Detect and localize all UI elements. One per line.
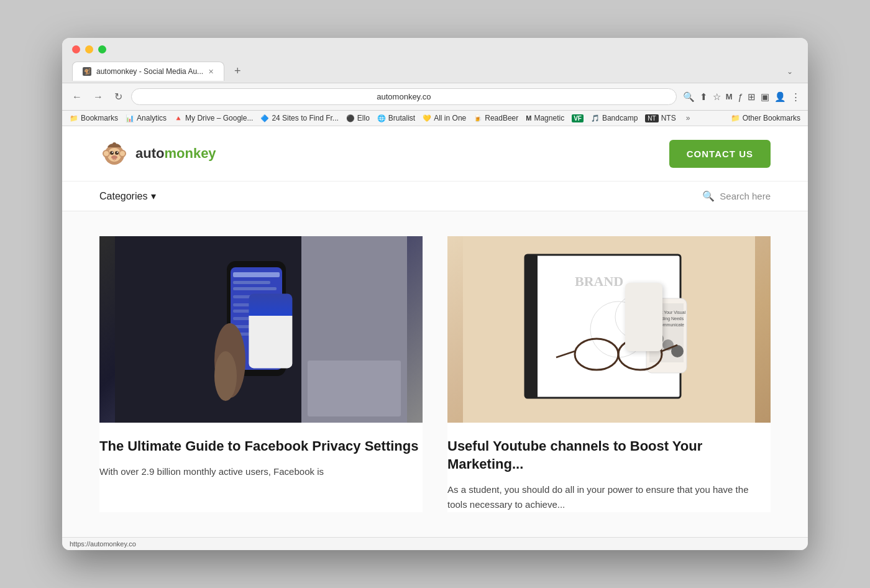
address-input[interactable] [131, 88, 677, 105]
nts-icon: NT [645, 114, 658, 122]
close-button[interactable] [72, 45, 80, 53]
bookmark-label: NTS [661, 114, 676, 122]
drive-icon: 🔺 [174, 114, 183, 122]
bookmark-label: All in One [434, 114, 466, 122]
search-toolbar-icon[interactable]: 🔍 [683, 91, 695, 103]
categories-button[interactable]: Categories ▾ [99, 190, 156, 202]
ello-icon: ⚫ [346, 114, 355, 122]
back-button[interactable]: ← [70, 89, 85, 105]
other-bookmarks[interactable]: 📁 Other Bookmarks [731, 114, 800, 122]
tab-close-icon[interactable]: ✕ [208, 68, 214, 76]
post-title: Useful Youtube channels to Boost Your Ma… [447, 438, 771, 473]
sites-icon: 🔷 [260, 114, 269, 122]
brutalist-icon: 🌐 [377, 114, 386, 122]
svg-point-28 [214, 351, 237, 401]
site-header: automonkey CONTACT US [62, 126, 808, 181]
svg-text:BRAND: BRAND [575, 273, 623, 289]
tab-bar: 🐒 automonkey - Social Media Au... ✕ + ⌄ [72, 60, 798, 83]
site-nav: Categories ▾ 🔍 Search here [62, 181, 808, 211]
analytics-icon: 📊 [126, 114, 134, 122]
svg-rect-22 [233, 303, 273, 306]
bookmark-star-icon[interactable]: ☆ [713, 91, 721, 103]
bookmark-brutalist[interactable]: 🌐 Brutalist [377, 114, 415, 122]
tab-favicon-icon: 🐒 [83, 67, 91, 76]
logo-area[interactable]: automonkey [99, 139, 216, 168]
svg-point-10 [111, 155, 117, 159]
maximize-button[interactable] [98, 45, 106, 53]
svg-rect-31 [525, 255, 538, 398]
svg-point-7 [115, 151, 119, 155]
post-card[interactable]: BRAND What Your Visual Branding Needs to… [447, 236, 771, 512]
bookmark-nts[interactable]: NT NTS [645, 114, 675, 122]
bookmark-bandcamp[interactable]: 🎵 Bandcamp [591, 114, 638, 122]
bandcamp-icon: 🎵 [591, 114, 600, 122]
readbeer-icon: 🍺 [474, 114, 482, 122]
browser-window: 🐒 automonkey - Social Media Au... ✕ + ⌄ … [62, 38, 808, 549]
svg-rect-24 [233, 317, 277, 320]
bookmark-drive[interactable]: 🔺 My Drive – Google... [174, 114, 253, 122]
post-excerpt: As a student, you should do all in your … [447, 482, 771, 512]
bookmark-bookmarks[interactable]: 📁 Bookmarks [70, 114, 118, 122]
allinone-icon: 💛 [423, 114, 431, 122]
post-image: BRAND What Your Visual Branding Needs to… [447, 236, 771, 423]
tab-expand-icon[interactable]: ⌄ [782, 62, 798, 81]
script-icon[interactable]: ƒ [738, 91, 743, 102]
traffic-lights [72, 45, 798, 53]
more-bookmarks-icon[interactable]: » [686, 114, 690, 122]
minimize-button[interactable] [85, 45, 93, 53]
bookmark-ello[interactable]: ⚫ Ello [346, 114, 370, 122]
status-url: https://automonkey.co [70, 540, 136, 548]
svg-point-11 [112, 142, 116, 146]
svg-point-6 [110, 151, 114, 155]
bookmarks-bar: 📁 Bookmarks 📊 Analytics 🔺 My Drive – Goo… [62, 111, 808, 126]
bookmark-analytics[interactable]: 📊 Analytics [126, 114, 167, 122]
new-tab-button[interactable]: + [227, 60, 249, 83]
posts-grid: The Ultimate Guide to Facebook Privacy S… [99, 236, 771, 512]
svg-rect-25 [233, 325, 270, 328]
tab-title: automonkey - Social Media Au... [96, 67, 203, 76]
post-excerpt: With over 2.9 billion monthly active use… [99, 464, 423, 479]
svg-rect-19 [233, 281, 270, 284]
bookmark-magnetic[interactable]: M Magnetic [526, 114, 564, 122]
bookmark-readbeer[interactable]: 🍺 ReadBeer [474, 114, 518, 122]
svg-text:Branding Needs: Branding Needs [652, 316, 684, 321]
search-icon: 🔍 [702, 190, 715, 202]
chevron-down-icon: ▾ [151, 190, 156, 202]
magnetic-icon: M [526, 114, 531, 122]
avatar-icon[interactable]: 👤 [774, 91, 786, 103]
svg-point-8 [112, 152, 113, 153]
contact-us-button[interactable]: CONTACT US [669, 140, 771, 168]
bookmark-label: Bandcamp [602, 114, 638, 122]
bookmark-allinone[interactable]: 💛 All in One [423, 114, 466, 122]
page-content: automonkey CONTACT US Categories ▾ 🔍 Sea… [62, 126, 808, 536]
vf-icon: VF [572, 114, 584, 122]
svg-rect-21 [233, 295, 267, 298]
more-menu-icon[interactable]: ⋮ [791, 91, 800, 103]
bookmark-label: Magnetic [534, 114, 564, 122]
bookmark-label: ReadBeer [485, 114, 518, 122]
svg-point-9 [117, 152, 118, 153]
bookmark-vf[interactable]: VF [572, 114, 584, 122]
svg-text:What Your Visual: What Your Visual [652, 310, 686, 315]
sidebar-icon[interactable]: ▣ [761, 91, 769, 103]
post-body: The Ultimate Guide to Facebook Privacy S… [99, 423, 423, 479]
svg-text:to Communicate: to Communicate [652, 323, 684, 327]
share-icon[interactable]: ⬆ [700, 91, 708, 103]
post-body: Useful Youtube channels to Boost Your Ma… [447, 423, 771, 512]
bookmark-label: Ello [357, 114, 370, 122]
post-card[interactable]: The Ultimate Guide to Facebook Privacy S… [99, 236, 423, 512]
reload-button[interactable]: ↻ [112, 88, 125, 105]
svg-rect-18 [233, 272, 280, 277]
forward-button[interactable]: → [91, 89, 106, 105]
search-area: 🔍 Search here [702, 190, 771, 202]
svg-rect-20 [233, 287, 277, 290]
extensions-icon[interactable]: ⊞ [748, 91, 756, 103]
mail-icon[interactable]: M [726, 92, 733, 101]
bookmark-24sites[interactable]: 🔷 24 Sites to Find Fr... [260, 114, 338, 122]
svg-point-40 [654, 334, 664, 344]
logo-text: automonkey [135, 145, 216, 162]
active-tab[interactable]: 🐒 automonkey - Social Media Au... ✕ [72, 62, 224, 81]
bookmark-label: 24 Sites to Find Fr... [272, 114, 338, 122]
post-title: The Ultimate Guide to Facebook Privacy S… [99, 438, 423, 456]
search-placeholder-text[interactable]: Search here [720, 191, 771, 201]
